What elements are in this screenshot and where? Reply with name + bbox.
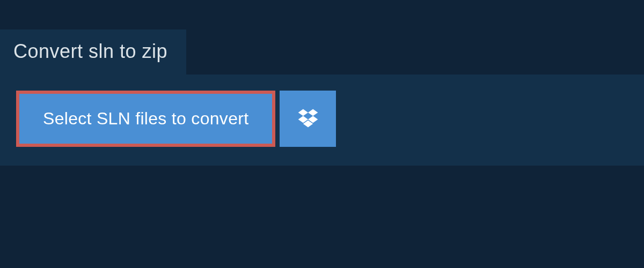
- page-title: Convert sln to zip: [13, 40, 167, 63]
- dropbox-icon: [296, 106, 320, 131]
- button-row: Select SLN files to convert: [16, 91, 628, 147]
- dropbox-button[interactable]: [280, 91, 336, 147]
- highlight-frame: Select SLN files to convert: [16, 91, 275, 147]
- select-files-button[interactable]: Select SLN files to convert: [19, 94, 272, 144]
- content-panel: Select SLN files to convert: [0, 75, 644, 166]
- tab-header: Convert sln to zip: [0, 29, 186, 75]
